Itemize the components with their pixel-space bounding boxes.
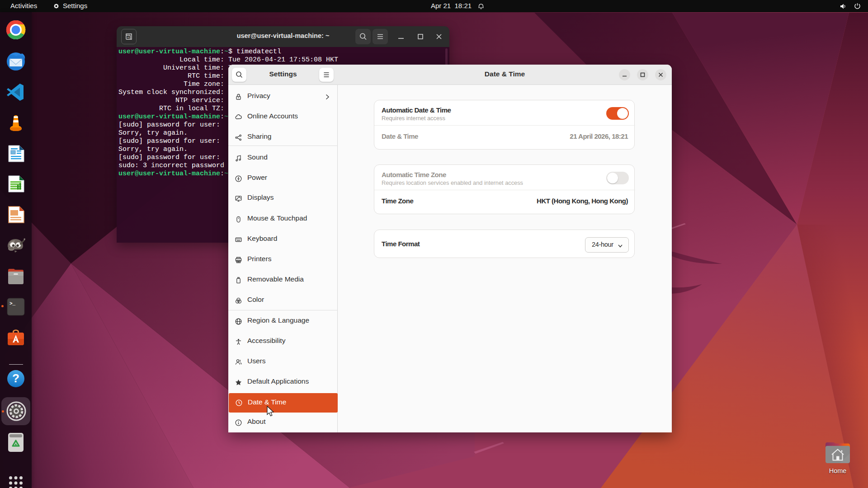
svg-text:?: ? (12, 371, 19, 385)
svg-text:>_: >_ (9, 301, 16, 306)
